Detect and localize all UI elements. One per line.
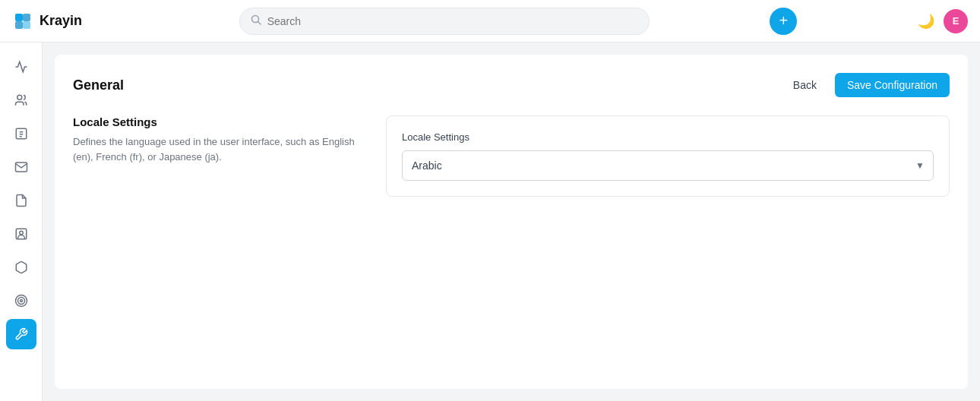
locale-select[interactable]: Arabic English (en) French (fr) Japanese… [402, 150, 934, 181]
sidebar-item-persons[interactable] [6, 219, 36, 249]
sidebar-item-tasks[interactable] [6, 118, 36, 149]
content-card: General Back Save Configuration Locale S… [55, 55, 968, 389]
main-content: General Back Save Configuration Locale S… [43, 43, 980, 401]
theme-toggle-button[interactable]: 🌙 [918, 13, 934, 30]
header-actions: Back Save Configuration [784, 73, 950, 97]
card-header: General Back Save Configuration [73, 73, 950, 97]
search-icon [251, 14, 261, 27]
top-navigation: Krayin + 🌙 E [0, 0, 980, 43]
save-configuration-button[interactable]: Save Configuration [835, 73, 950, 97]
add-button[interactable]: + [770, 8, 797, 35]
locale-section: Locale Settings Defines the language use… [73, 115, 950, 197]
locale-panel-label: Locale Settings [402, 131, 934, 143]
locale-panel: Locale Settings Arabic English (en) Fren… [386, 115, 950, 197]
sidebar-item-mail[interactable] [6, 152, 36, 182]
app-name: Krayin [40, 13, 82, 29]
search-bar [239, 8, 650, 35]
sidebar-item-products[interactable] [6, 252, 36, 283]
locale-select-wrap: Arabic English (en) French (fr) Japanese… [402, 150, 934, 181]
logo-icon [12, 11, 33, 32]
locale-section-title: Locale Settings [73, 115, 362, 128]
svg-rect-2 [15, 21, 23, 29]
svg-rect-3 [23, 21, 30, 29]
svg-point-15 [20, 300, 22, 302]
sidebar-item-notes[interactable] [6, 185, 36, 216]
logo-area: Krayin [12, 11, 119, 32]
page-title: General [73, 77, 124, 93]
svg-rect-1 [23, 14, 30, 21]
body-layout: General Back Save Configuration Locale S… [0, 43, 980, 401]
sidebar-item-activity[interactable] [6, 52, 36, 82]
sidebar-item-contacts[interactable] [6, 85, 36, 115]
nav-right: 🌙 E [918, 9, 968, 33]
locale-section-text: Defines the language used in the user in… [73, 134, 362, 164]
back-button[interactable]: Back [784, 73, 826, 97]
svg-point-12 [19, 231, 23, 235]
locale-description: Locale Settings Defines the language use… [73, 115, 362, 197]
svg-point-6 [17, 95, 21, 99]
sidebar-item-settings[interactable] [6, 319, 36, 349]
sidebar [0, 43, 43, 401]
svg-point-14 [17, 298, 24, 305]
svg-rect-0 [15, 14, 23, 21]
search-input[interactable] [267, 15, 638, 27]
svg-line-5 [258, 22, 261, 25]
sidebar-item-target[interactable] [6, 286, 36, 316]
avatar[interactable]: E [944, 9, 968, 33]
